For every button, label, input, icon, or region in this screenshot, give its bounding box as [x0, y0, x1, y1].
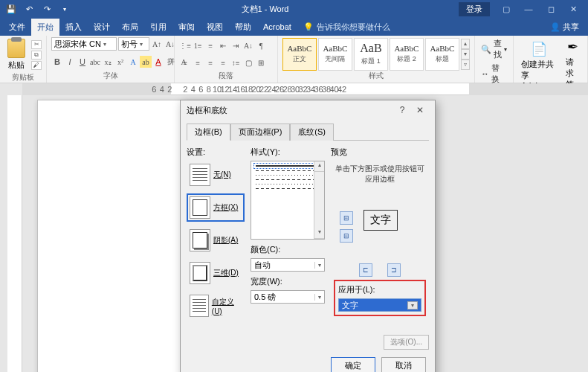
align-center-icon[interactable]: ≡ [192, 57, 204, 68]
align-left-icon[interactable]: ≡ [179, 57, 191, 68]
tab-references[interactable]: 引用 [144, 19, 172, 36]
redo-icon[interactable]: ↷ [40, 2, 54, 16]
ok-button[interactable]: 确定 [331, 357, 375, 372]
setting-shadow[interactable]: 阴影(A) [187, 226, 245, 254]
text-effects-icon[interactable]: A [127, 56, 139, 68]
font-name-combo[interactable]: 思源宋体 CN▾ [51, 37, 117, 51]
strike-button[interactable]: abc [89, 56, 101, 68]
bold-button[interactable]: B [51, 56, 63, 68]
find-button[interactable]: 🔍查找▾ [479, 37, 508, 61]
bullets-icon[interactable]: ⋮≡ [179, 39, 191, 51]
highlight-icon[interactable]: ab [140, 56, 152, 68]
dialog-close-icon[interactable]: ✕ [411, 105, 429, 115]
italic-button[interactable]: I [64, 56, 76, 68]
preview-label: 预览 [331, 147, 429, 158]
tell-me-search[interactable]: 💡 告诉我你想要做什么 [303, 22, 390, 33]
group-label-styles: 样式 [282, 71, 470, 83]
setting-none[interactable]: 无(N) [187, 161, 245, 189]
minimize-icon[interactable]: — [518, 1, 539, 16]
justify-icon[interactable]: ≡ [217, 57, 229, 68]
cancel-button[interactable]: 取消 [381, 357, 426, 372]
line-spacing-icon[interactable]: ↕≡ [230, 57, 242, 68]
save-icon[interactable]: 💾 [4, 2, 18, 16]
tab-design[interactable]: 设计 [88, 19, 116, 36]
numbering-icon[interactable]: 1≡ [192, 39, 204, 51]
paste-button[interactable]: 粘贴 [4, 37, 28, 72]
style-normal[interactable]: AaBbC正文 [282, 38, 317, 71]
underline-button[interactable]: U [77, 56, 88, 68]
setting-3d[interactable]: 三维(D) [187, 259, 245, 287]
scroll-up-icon[interactable]: ▴ [314, 161, 324, 172]
horizontal-ruler[interactable]: 6422468101214161820222426283032343638404… [22, 83, 588, 95]
style-listbox[interactable]: ▴▾ [251, 161, 325, 240]
threed-icon [190, 262, 210, 284]
maximize-icon[interactable]: ◻ [540, 1, 561, 16]
width-dropdown[interactable]: 0.5 磅▾ [251, 290, 325, 304]
font-size-combo[interactable]: 初号▾ [118, 37, 149, 51]
align-right-icon[interactable]: ≡ [204, 57, 216, 68]
undo-icon[interactable]: ↶ [22, 2, 36, 16]
tab-layout[interactable]: 布局 [116, 19, 144, 36]
style-scrollbar[interactable]: ▴▾ [314, 161, 324, 239]
tab-file[interactable]: 文件 [3, 19, 31, 36]
tab-home[interactable]: 开始 [31, 19, 59, 36]
dtab-shading[interactable]: 底纹(S) [290, 124, 334, 141]
ribbon-options-icon[interactable]: ▢ [496, 1, 517, 16]
style-line-solid[interactable] [256, 165, 320, 167]
login-button[interactable]: 登录 [459, 2, 490, 16]
subscript-button[interactable]: x₂ [102, 56, 114, 68]
setting-custom[interactable]: 自定义(U) [187, 292, 245, 320]
paste-icon [7, 39, 25, 58]
show-marks-icon[interactable]: ¶ [255, 39, 267, 51]
font-color-icon[interactable]: A [152, 56, 164, 68]
style-line-dashed2[interactable] [256, 179, 320, 180]
border-top-toggle[interactable]: ⊟ [340, 211, 353, 225]
style-line-dotted1[interactable] [256, 175, 320, 176]
tab-review[interactable]: 审阅 [172, 19, 201, 36]
increase-indent-icon[interactable]: ⇥ [230, 39, 242, 51]
style-line-dashed[interactable] [256, 170, 320, 171]
sort-icon[interactable]: A↓ [242, 39, 254, 51]
style-line-dotted2[interactable] [256, 184, 320, 185]
style-nospace[interactable]: AaBbC无间隔 [318, 38, 352, 71]
gallery-more-icon[interactable]: ▿ [461, 60, 470, 70]
tab-insert[interactable]: 插入 [59, 19, 88, 36]
scroll-down-icon[interactable]: ▾ [314, 228, 324, 239]
tab-help[interactable]: 帮助 [229, 19, 257, 36]
superscript-button[interactable]: x² [114, 56, 126, 68]
decrease-indent-icon[interactable]: ⇤ [217, 39, 229, 51]
share-button[interactable]: 👤 共享 [544, 19, 585, 36]
gallery-down-icon[interactable]: ▾ [461, 49, 470, 60]
group-font: 思源宋体 CN▾ 初号▾ A↑ A↓ B I U abc x₂ x² A ab … [47, 36, 175, 83]
copy-icon[interactable]: ⧉ [31, 51, 42, 60]
style-line-dashed3[interactable] [256, 188, 320, 189]
settings-column: 设置: 无(N) 方框(X) 阴影(A) 三维(D) 自定义(U) [187, 147, 245, 324]
dtab-borders[interactable]: 边框(B) [187, 124, 230, 141]
tab-acrobat[interactable]: Acrobat [257, 19, 297, 34]
multilevel-icon[interactable]: ≡ [204, 39, 216, 51]
cut-icon[interactable]: ✂ [31, 40, 42, 49]
grow-font-icon[interactable]: A↑ [151, 38, 163, 50]
gallery-up-icon[interactable]: ▴ [461, 39, 470, 49]
borders-icon[interactable]: ⊞ [255, 57, 267, 68]
style-h1[interactable]: AaB标题 1 [354, 38, 388, 71]
dialog-titlebar[interactable]: 边框和底纹 ? ✕ [181, 100, 435, 120]
border-left-toggle[interactable]: ⊏ [359, 263, 372, 277]
shading-icon[interactable]: ▢ [242, 57, 254, 68]
dtab-page-border[interactable]: 页面边框(P) [230, 124, 291, 141]
style-title[interactable]: AaBbC标题 [425, 38, 459, 71]
color-dropdown[interactable]: 自动▾ [251, 258, 325, 272]
format-painter-icon[interactable]: 🖌 [31, 61, 42, 70]
tab-view[interactable]: 视图 [201, 19, 229, 36]
vertical-ruler[interactable] [7, 95, 22, 372]
apply-to-dropdown[interactable]: 文字▾ [338, 298, 421, 312]
replace-button[interactable]: ↔替换 [479, 62, 508, 86]
border-bottom-toggle[interactable]: ⊟ [340, 229, 353, 243]
border-right-toggle[interactable]: ⊐ [387, 263, 401, 277]
qat-more-icon[interactable]: ▾ [58, 2, 71, 16]
close-icon[interactable]: ✕ [563, 1, 584, 16]
group-label-font: 字体 [51, 71, 169, 83]
dialog-help-icon[interactable]: ? [393, 105, 411, 115]
setting-box[interactable]: 方框(X) [187, 193, 245, 222]
style-h2[interactable]: AaBbC标题 2 [390, 38, 424, 71]
